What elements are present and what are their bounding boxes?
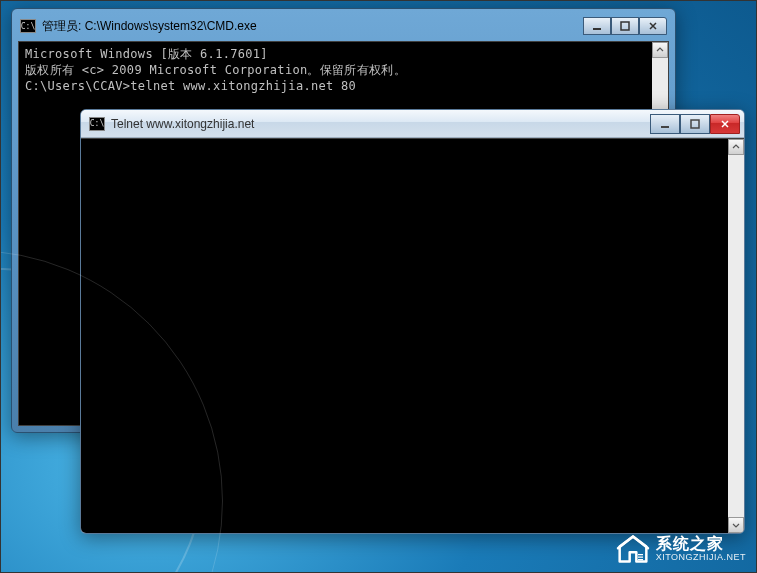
telnet-window-title: Telnet www.xitongzhijia.net [111, 117, 650, 131]
telnet-scrollbar[interactable] [728, 139, 744, 533]
svg-rect-3 [691, 120, 699, 128]
minimize-icon [592, 21, 602, 31]
cmd-icon: C:\ [20, 19, 36, 33]
telnet-window: C:\ Telnet www.xitongzhijia.net [80, 109, 745, 534]
close-button[interactable] [710, 114, 740, 134]
svg-rect-1 [621, 22, 629, 30]
watermark-text: 系统之家 XITONGZHIJIA.NET [656, 535, 746, 562]
minimize-icon [660, 119, 670, 129]
maximize-button[interactable] [680, 114, 710, 134]
scroll-up-button[interactable] [652, 42, 668, 58]
watermark: 系统之家 XITONGZHIJIA.NET [616, 534, 746, 564]
svg-rect-2 [661, 126, 669, 128]
scroll-track[interactable] [728, 155, 744, 517]
house-logo-icon [616, 534, 650, 564]
chevron-up-icon [732, 143, 740, 151]
watermark-en: XITONGZHIJIA.NET [656, 553, 746, 563]
cmd-titlebar[interactable]: C:\ 管理员: C:\Windows\system32\CMD.exe [18, 15, 669, 37]
maximize-button[interactable] [611, 17, 639, 35]
telnet-titlebar[interactable]: C:\ Telnet www.xitongzhijia.net [81, 110, 744, 138]
svg-rect-6 [638, 559, 643, 560]
terminal-line: C:\Users\CCAV>telnet www.xitongzhijia.ne… [25, 78, 662, 94]
terminal-line: 版权所有 <c> 2009 Microsoft Corporation。保留所有… [25, 62, 662, 78]
close-button[interactable] [639, 17, 667, 35]
scroll-down-button[interactable] [728, 517, 744, 533]
cmd-window-title: 管理员: C:\Windows\system32\CMD.exe [42, 18, 583, 35]
cmd-window-controls [583, 17, 667, 35]
close-icon [720, 119, 730, 129]
chevron-down-icon [732, 521, 740, 529]
telnet-window-controls [650, 114, 740, 134]
minimize-button[interactable] [583, 17, 611, 35]
maximize-icon [690, 119, 700, 129]
chevron-up-icon [656, 46, 664, 54]
terminal-line: Microsoft Windows [版本 6.1.7601] [25, 46, 662, 62]
scroll-up-button[interactable] [728, 139, 744, 155]
svg-rect-0 [593, 28, 601, 30]
maximize-icon [620, 21, 630, 31]
svg-rect-5 [638, 557, 643, 558]
svg-rect-4 [638, 554, 643, 555]
close-icon [648, 21, 658, 31]
cmd-icon: C:\ [89, 117, 105, 131]
minimize-button[interactable] [650, 114, 680, 134]
telnet-terminal-body[interactable] [81, 138, 744, 533]
watermark-cn: 系统之家 [656, 535, 746, 553]
